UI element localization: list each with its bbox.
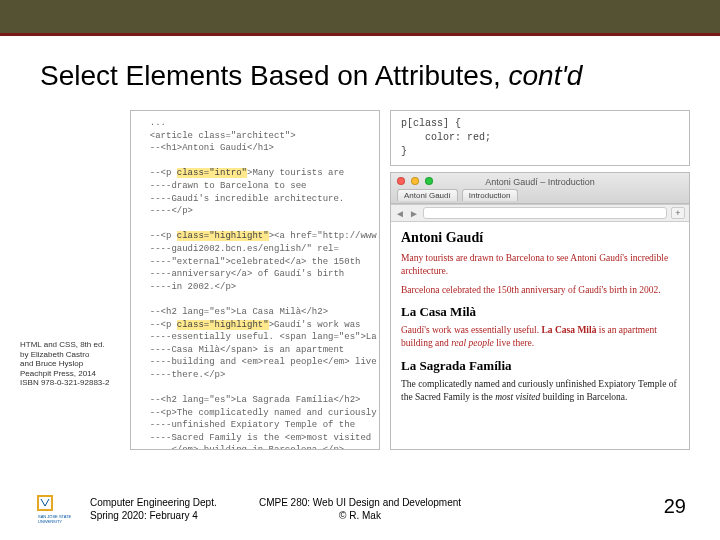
credit-line: and Bruce Hyslop [20,359,125,369]
page-h1: Antoni Gaudí [401,230,679,246]
page-p3: Gaudí's work was essentially useful. La … [401,324,679,350]
book-credits: HTML and CSS, 8th ed. by Elizabeth Castr… [20,340,125,388]
credit-line: Peachpit Press, 2014 [20,369,125,379]
page-p4: The complicatedly named and curiously un… [401,378,679,404]
page-p1: Many tourists are drawn to Barcelona to … [401,252,679,278]
new-tab-button[interactable]: + [671,207,685,219]
traffic-lights [397,176,436,187]
left-column: ... <article class="architect"> --<h1>An… [130,110,380,450]
browser-toolbar: ◄ ► + [391,204,689,222]
browser-preview: Antoni Gaudí – Introduction Antoni Gaudí… [390,172,690,450]
zoom-icon [425,177,433,185]
browser-window-title: Antoni Gaudí – Introduction [397,177,683,187]
close-icon [397,177,405,185]
browser-tab-1[interactable]: Antoni Gaudí [397,189,458,201]
page-h2b: La Sagrada Família [401,358,679,374]
slide-footer: SAN JOSE STATE UNIVERSITY Computer Engin… [0,484,720,524]
minimize-icon [411,177,419,185]
browser-tabs: Antoni Gaudí Introduction [397,189,683,201]
title-main: Select Elements Based on Attributes, [40,60,508,91]
slide-top-bar [0,0,720,36]
browser-tab-2[interactable]: Introduction [462,189,518,201]
page-p2: Barcelona celebrated the 150th anniversa… [401,284,679,297]
slide-title: Select Elements Based on Attributes, con… [40,60,582,92]
back-icon[interactable]: ◄ [395,208,405,218]
css-code-box: p[class] { color: red; } [390,110,690,166]
content-area: ... <article class="architect"> --<h1>An… [130,110,690,450]
browser-chrome: Antoni Gaudí – Introduction Antoni Gaudí… [391,173,689,204]
right-column: p[class] { color: red; } Antoni Gaudí – … [390,110,690,450]
footer-course: CMPE 280: Web UI Design and Development [0,497,720,510]
credit-line: by Elizabeth Castro [20,350,125,360]
title-contd: cont'd [508,60,582,91]
page-number: 29 [664,495,686,518]
page-h2a: La Casa Milà [401,304,679,320]
html-code-box: ... <article class="architect"> --<h1>An… [130,110,380,450]
credit-line: ISBN 978-0-321-92883-2 [20,378,125,388]
forward-icon[interactable]: ► [409,208,419,218]
url-field[interactable] [423,207,667,219]
footer-author: © R. Mak [0,510,720,523]
rendered-page: Antoni Gaudí Many tourists are drawn to … [391,222,689,418]
credit-line: HTML and CSS, 8th ed. [20,340,125,350]
footer-center: CMPE 280: Web UI Design and Development … [0,497,720,522]
